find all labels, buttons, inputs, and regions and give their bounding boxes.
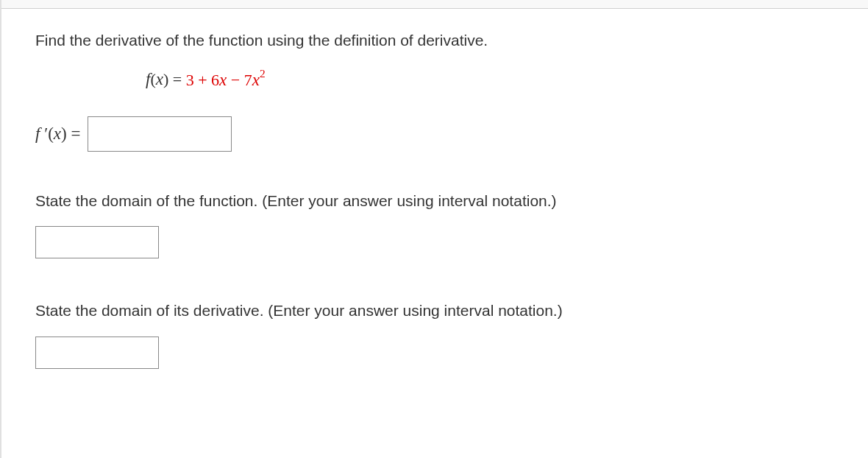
question-content: Find the derivative of the function usin… bbox=[0, 9, 868, 425]
function-x: x bbox=[156, 71, 163, 89]
domain-function-prompt: State the domain of the function. (Enter… bbox=[35, 190, 853, 211]
left-border bbox=[0, 0, 1, 458]
paren-open: ( bbox=[150, 71, 155, 89]
fprime-prime: ′ bbox=[40, 124, 48, 143]
top-border-bar bbox=[0, 0, 868, 9]
question-prompt: Find the derivative of the function usin… bbox=[35, 29, 853, 51]
rhs-coef7: 7 bbox=[244, 71, 252, 89]
domain-derivative-input-row bbox=[35, 337, 853, 369]
domain-function-input[interactable] bbox=[35, 226, 159, 258]
rhs-constant-linear: 3 + 6 bbox=[186, 71, 219, 89]
domain-derivative-prompt: State the domain of its derivative. (Ent… bbox=[35, 300, 853, 321]
left-border-inner bbox=[7, 0, 8, 458]
rhs-x2: x bbox=[252, 71, 260, 89]
rhs-x1: x bbox=[219, 71, 227, 89]
paren-close-equals: ) = bbox=[163, 71, 186, 89]
fprime-close-equals: ) = bbox=[61, 124, 80, 143]
fprime-label: f ′(x) = bbox=[35, 124, 80, 144]
derivative-input[interactable] bbox=[88, 116, 232, 152]
fprime-paren: ( bbox=[48, 124, 54, 143]
fprime-x: x bbox=[54, 124, 61, 143]
rhs-exponent: 2 bbox=[260, 67, 266, 80]
derivative-answer-row: f ′(x) = bbox=[35, 116, 853, 152]
domain-function-input-row bbox=[35, 226, 853, 258]
domain-derivative-input[interactable] bbox=[35, 337, 159, 369]
function-equation: f(x) = 3 + 6x − 7x2 bbox=[35, 68, 853, 89]
rhs-minus: − bbox=[227, 71, 243, 89]
